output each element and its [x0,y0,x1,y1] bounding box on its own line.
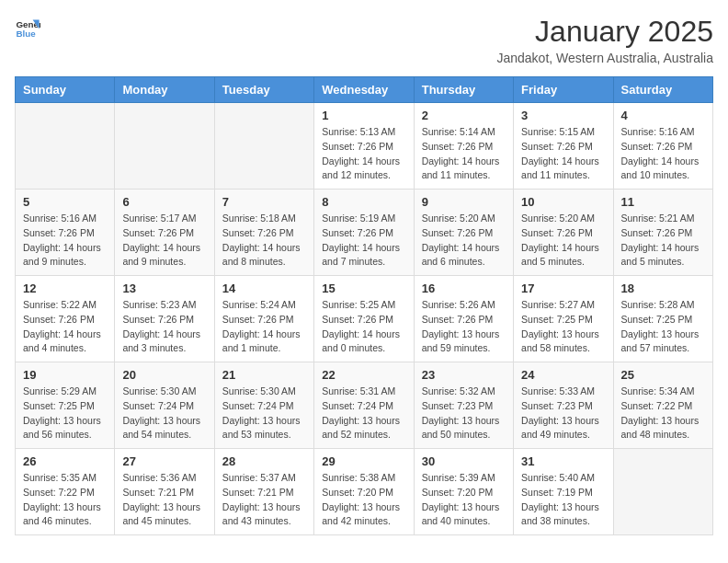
day-info: Sunrise: 5:20 AM Sunset: 7:26 PM Dayligh… [521,212,605,270]
calendar-day-cell: 28Sunrise: 5:37 AM Sunset: 7:21 PM Dayli… [214,449,313,535]
day-number: 20 [122,368,206,382]
day-info: Sunrise: 5:17 AM Sunset: 7:26 PM Dayligh… [122,212,206,270]
day-info: Sunrise: 5:28 AM Sunset: 7:25 PM Dayligh… [621,298,705,356]
day-number: 12 [23,282,107,295]
location-subtitle: Jandakot, Western Australia, Australia [496,51,713,65]
day-number: 19 [23,368,107,382]
calendar-day-cell: 16Sunrise: 5:26 AM Sunset: 7:26 PM Dayli… [414,276,513,362]
day-number: 4 [621,109,705,122]
day-info: Sunrise: 5:16 AM Sunset: 7:26 PM Dayligh… [23,212,107,270]
day-info: Sunrise: 5:19 AM Sunset: 7:26 PM Dayligh… [322,212,405,270]
title-block: January 2025 Jandakot, Western Australia… [496,15,713,65]
day-number: 8 [322,195,405,209]
day-of-week-header: Saturday [613,77,712,103]
calendar-day-cell: 10Sunrise: 5:20 AM Sunset: 7:26 PM Dayli… [514,190,613,276]
calendar-day-cell: 6Sunrise: 5:17 AM Sunset: 7:26 PM Daylig… [115,190,214,276]
day-info: Sunrise: 5:23 AM Sunset: 7:26 PM Dayligh… [122,298,206,356]
day-number: 28 [222,454,306,468]
day-info: Sunrise: 5:34 AM Sunset: 7:22 PM Dayligh… [621,385,705,442]
calendar-day-cell: 9Sunrise: 5:20 AM Sunset: 7:26 PM Daylig… [414,190,513,276]
calendar-day-cell: 14Sunrise: 5:24 AM Sunset: 7:26 PM Dayli… [214,276,313,362]
day-number: 15 [322,282,405,295]
day-number: 24 [521,368,605,382]
calendar-day-cell: 4Sunrise: 5:16 AM Sunset: 7:26 PM Daylig… [613,103,712,190]
calendar-header-row: SundayMondayTuesdayWednesdayThursdayFrid… [16,77,713,103]
day-number: 21 [222,368,306,382]
calendar-day-cell: 24Sunrise: 5:33 AM Sunset: 7:23 PM Dayli… [514,362,613,449]
calendar-week-row: 19Sunrise: 5:29 AM Sunset: 7:25 PM Dayli… [16,362,713,449]
calendar-day-cell: 1Sunrise: 5:13 AM Sunset: 7:26 PM Daylig… [314,103,414,190]
calendar-day-cell: 3Sunrise: 5:15 AM Sunset: 7:26 PM Daylig… [514,103,613,190]
day-number: 17 [521,282,605,295]
day-of-week-header: Tuesday [214,77,313,103]
month-year-title: January 2025 [496,15,713,49]
day-number: 5 [23,195,107,209]
calendar-table: SundayMondayTuesdayWednesdayThursdayFrid… [15,76,713,535]
day-info: Sunrise: 5:40 AM Sunset: 7:19 PM Dayligh… [521,471,605,529]
calendar-day-cell: 30Sunrise: 5:39 AM Sunset: 7:20 PM Dayli… [414,449,513,535]
calendar-week-row: 26Sunrise: 5:35 AM Sunset: 7:22 PM Dayli… [16,449,713,535]
day-number: 16 [422,282,506,295]
day-number: 11 [621,195,705,209]
calendar-day-cell: 12Sunrise: 5:22 AM Sunset: 7:26 PM Dayli… [16,276,115,362]
page-header: General Blue January 2025 Jandakot, West… [15,15,713,65]
calendar-day-cell: 15Sunrise: 5:25 AM Sunset: 7:26 PM Dayli… [314,276,414,362]
calendar-day-cell: 26Sunrise: 5:35 AM Sunset: 7:22 PM Dayli… [16,449,115,535]
logo: General Blue [15,15,40,40]
calendar-day-cell: 20Sunrise: 5:30 AM Sunset: 7:24 PM Dayli… [115,362,214,449]
day-info: Sunrise: 5:21 AM Sunset: 7:26 PM Dayligh… [621,212,705,270]
calendar-day-cell: 21Sunrise: 5:30 AM Sunset: 7:24 PM Dayli… [214,362,313,449]
day-number: 29 [322,454,405,468]
day-number: 2 [422,109,506,122]
calendar-day-cell: 8Sunrise: 5:19 AM Sunset: 7:26 PM Daylig… [314,190,414,276]
day-info: Sunrise: 5:13 AM Sunset: 7:26 PM Dayligh… [322,125,405,183]
day-number: 7 [222,195,306,209]
calendar-day-cell: 5Sunrise: 5:16 AM Sunset: 7:26 PM Daylig… [16,190,115,276]
day-number: 13 [122,282,206,295]
calendar-day-cell: 18Sunrise: 5:28 AM Sunset: 7:25 PM Dayli… [613,276,712,362]
day-number: 22 [322,368,405,382]
day-number: 10 [521,195,605,209]
day-number: 23 [422,368,506,382]
day-info: Sunrise: 5:33 AM Sunset: 7:23 PM Dayligh… [521,385,605,442]
day-info: Sunrise: 5:27 AM Sunset: 7:25 PM Dayligh… [521,298,605,356]
day-of-week-header: Thursday [414,77,513,103]
day-info: Sunrise: 5:32 AM Sunset: 7:23 PM Dayligh… [422,385,506,442]
day-info: Sunrise: 5:14 AM Sunset: 7:26 PM Dayligh… [422,125,506,183]
day-of-week-header: Wednesday [314,77,414,103]
day-number: 1 [322,109,405,122]
day-info: Sunrise: 5:18 AM Sunset: 7:26 PM Dayligh… [222,212,306,270]
calendar-day-cell: 17Sunrise: 5:27 AM Sunset: 7:25 PM Dayli… [514,276,613,362]
day-info: Sunrise: 5:30 AM Sunset: 7:24 PM Dayligh… [122,385,206,442]
calendar-day-cell: 27Sunrise: 5:36 AM Sunset: 7:21 PM Dayli… [115,449,214,535]
day-info: Sunrise: 5:37 AM Sunset: 7:21 PM Dayligh… [222,471,306,529]
day-info: Sunrise: 5:38 AM Sunset: 7:20 PM Dayligh… [322,471,405,529]
day-info: Sunrise: 5:22 AM Sunset: 7:26 PM Dayligh… [23,298,107,356]
day-info: Sunrise: 5:35 AM Sunset: 7:22 PM Dayligh… [23,471,107,529]
calendar-day-cell [16,103,115,190]
calendar-day-cell: 29Sunrise: 5:38 AM Sunset: 7:20 PM Dayli… [314,449,414,535]
calendar-day-cell [613,449,712,535]
day-number: 25 [621,368,705,382]
calendar-day-cell: 7Sunrise: 5:18 AM Sunset: 7:26 PM Daylig… [214,190,313,276]
day-number: 27 [122,454,206,468]
day-of-week-header: Friday [514,77,613,103]
logo-icon: General Blue [15,15,40,40]
calendar-day-cell: 25Sunrise: 5:34 AM Sunset: 7:22 PM Dayli… [613,362,712,449]
calendar-day-cell: 23Sunrise: 5:32 AM Sunset: 7:23 PM Dayli… [414,362,513,449]
calendar-week-row: 1Sunrise: 5:13 AM Sunset: 7:26 PM Daylig… [16,103,713,190]
calendar-day-cell: 19Sunrise: 5:29 AM Sunset: 7:25 PM Dayli… [16,362,115,449]
day-number: 14 [222,282,306,295]
day-info: Sunrise: 5:36 AM Sunset: 7:21 PM Dayligh… [122,471,206,529]
day-info: Sunrise: 5:30 AM Sunset: 7:24 PM Dayligh… [222,385,306,442]
day-number: 3 [521,109,605,122]
calendar-week-row: 12Sunrise: 5:22 AM Sunset: 7:26 PM Dayli… [16,276,713,362]
day-info: Sunrise: 5:20 AM Sunset: 7:26 PM Dayligh… [422,212,506,270]
day-info: Sunrise: 5:16 AM Sunset: 7:26 PM Dayligh… [621,125,705,183]
day-number: 6 [122,195,206,209]
day-info: Sunrise: 5:25 AM Sunset: 7:26 PM Dayligh… [322,298,405,356]
calendar-day-cell: 22Sunrise: 5:31 AM Sunset: 7:24 PM Dayli… [314,362,414,449]
calendar-week-row: 5Sunrise: 5:16 AM Sunset: 7:26 PM Daylig… [16,190,713,276]
calendar-day-cell: 2Sunrise: 5:14 AM Sunset: 7:26 PM Daylig… [414,103,513,190]
svg-text:Blue: Blue [16,29,36,39]
